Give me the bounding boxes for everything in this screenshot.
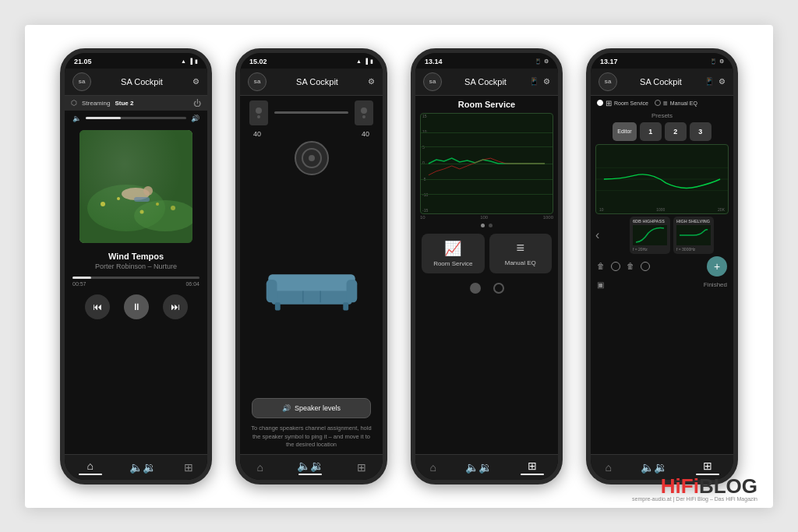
filter-circle-1[interactable] <box>611 262 620 271</box>
phone-4: 13.17 📱 ⚙ sa SA Cockpit 📱 ⚙ <box>586 48 738 484</box>
svg-rect-18 <box>346 280 357 302</box>
filter-nav-prev[interactable]: ‹ <box>595 217 627 254</box>
nav-speakers-1[interactable]: 🔈🔉 <box>129 461 156 474</box>
app-header-2: sa SA Cockpit ⚙ <box>240 69 383 96</box>
speaker-dot <box>256 107 262 114</box>
phone-icon-4[interactable]: 📱 <box>704 77 714 86</box>
presets-label: Presets <box>597 112 727 119</box>
volume-slider-left[interactable] <box>274 111 348 114</box>
vol-labels-row: 40 40 <box>240 130 383 138</box>
speaker-levels-label: Speaker levels <box>295 404 341 412</box>
slider-icon: ▣ <box>597 280 604 289</box>
manual-eq-nav-btn[interactable]: ≡ Manual EQ <box>489 234 553 273</box>
finished-row: ▣ Finished <box>591 279 733 291</box>
status-icons-1: ▲ ▐ ▮ <box>181 58 198 65</box>
home-icon-1: ⌂ <box>87 460 94 472</box>
room-service-nav-btn[interactable]: 📈 Room Service <box>422 234 485 273</box>
status-time-2: 15.02 <box>249 58 267 65</box>
eq-icon-1: ⊞ <box>184 461 193 474</box>
nav-home-4[interactable]: ⌂ <box>605 461 611 474</box>
gear-icon-header-3[interactable]: ⚙ <box>543 77 550 86</box>
power-icon[interactable]: ⏻ <box>193 99 201 107</box>
watermark: HiFiBLOG sempre-audio.at | Der HiFi Blog… <box>632 476 757 502</box>
trash-icon-2[interactable]: 🗑 <box>627 262 634 270</box>
header-icons-3: 📱 ⚙ <box>529 77 550 86</box>
app-title-3: SA Cockpit <box>464 77 507 86</box>
filter-card-2[interactable]: HIGH SHELVING f = 3000Hz <box>673 217 714 254</box>
page-dot-1 <box>481 224 485 227</box>
header-icons-4: 📱 ⚙ <box>704 77 726 86</box>
phone-icon-3[interactable]: 📱 <box>529 77 538 86</box>
filter-card-2-freq: f = 3000Hz <box>676 247 711 252</box>
sofa-svg <box>265 261 358 315</box>
editor-btn[interactable]: Editor <box>613 122 636 141</box>
filter-action-row-1: 🗑 🗑 + <box>591 254 733 279</box>
gear-icon-1[interactable]: ⚙ <box>192 77 200 86</box>
eq-icon-2: ⊞ <box>357 461 366 474</box>
gear-icon-2[interactable]: ⚙ <box>368 77 375 86</box>
sa-logo-4: sa <box>598 72 617 91</box>
filter-card-1[interactable]: 6DB HIGHPASS f = 20Hz <box>630 217 670 254</box>
volume-bar[interactable] <box>86 117 186 119</box>
filter-circle-2[interactable] <box>641 262 650 271</box>
room-service-mode-icon: ⊞ <box>606 99 612 107</box>
status-bar-3: 13.14 📱 ⚙ <box>415 53 558 69</box>
phone2-content: 40 40 <box>240 96 383 454</box>
eq-icon-3: ⊞ <box>528 460 537 472</box>
room-service-mode[interactable]: ⊞ Room Service <box>597 99 648 107</box>
add-filter-button[interactable]: + <box>707 256 727 277</box>
gear-icon-header-4[interactable]: ⚙ <box>719 77 726 86</box>
presets-row: Editor 1 2 3 <box>597 122 727 141</box>
speaker-knob[interactable] <box>295 141 329 175</box>
preset-btn-2[interactable]: 2 <box>665 122 687 141</box>
nav-home-2[interactable]: ⌂ <box>256 461 263 474</box>
wifi-icon-2: ▲ <box>356 58 362 64</box>
room-nav-grid: 📈 Room Service ≡ Manual EQ <box>415 231 558 277</box>
page-dot-2 <box>489 224 493 227</box>
nav-eq-1[interactable]: ⊞ <box>184 461 193 474</box>
vol-low-icon: 🔈 <box>72 115 81 122</box>
signal-icon-2: ▐ <box>364 58 368 64</box>
streaming-room: Stue 2 <box>115 100 133 107</box>
svg-rect-15 <box>274 303 280 311</box>
speaker-levels-button[interactable]: 🔊 Speaker levels <box>252 398 371 418</box>
next-button[interactable]: ⏭ <box>163 294 188 319</box>
play-pause-button[interactable]: ⏸ <box>124 294 149 319</box>
speakers-icon-4: 🔈🔉 <box>641 461 667 474</box>
phone-3: 13.14 📱 ⚙ sa SA Cockpit 📱 ⚙ Room Service <box>411 48 563 484</box>
app-header-4: sa SA Cockpit 📱 ⚙ <box>591 69 733 96</box>
bottom-dot-2 <box>493 283 504 294</box>
nav-speakers-3[interactable]: 🔈🔉 <box>465 461 492 474</box>
phone-4-screen: 13.17 📱 ⚙ sa SA Cockpit 📱 ⚙ <box>591 53 733 480</box>
player-controls: ⏮ ⏸ ⏭ <box>65 291 207 323</box>
status-icons-2: ▲ ▐ ▮ <box>356 58 373 65</box>
status-icons-4: 📱 ⚙ <box>710 58 724 65</box>
manual-eq-mode[interactable]: ≡ Manual EQ <box>655 99 697 107</box>
nav-eq-3[interactable]: ⊞ <box>521 460 544 475</box>
battery-icon-1: ▮ <box>195 58 198 65</box>
status-bar-4: 13.17 📱 ⚙ <box>591 53 733 69</box>
nav-eq-2[interactable]: ⊞ <box>357 461 366 474</box>
svg-rect-17 <box>266 280 277 302</box>
room-service-nav-label: Room Service <box>433 260 472 267</box>
progress-bar[interactable] <box>72 277 200 279</box>
nav-speakers-2[interactable]: 🔈🔉 <box>297 460 323 475</box>
preset-btn-1[interactable]: 1 <box>640 122 662 141</box>
header-icons-2: ⚙ <box>368 77 375 86</box>
streaming-icon: ⬡ <box>71 99 77 107</box>
device-icon-3: 📱 <box>535 58 542 65</box>
preset-btn-3[interactable]: 3 <box>690 122 711 141</box>
nav-eq-4[interactable]: ⊞ <box>696 460 719 475</box>
gear-icon-3: ⚙ <box>544 58 549 65</box>
sa-logo-1: sa <box>72 72 91 91</box>
nav-speakers-4[interactable]: 🔈🔉 <box>641 461 667 474</box>
status-time-3: 13.14 <box>425 58 443 65</box>
axis-10: 10 <box>420 215 425 220</box>
axis-1000: 1000 <box>543 215 553 220</box>
phone-1-screen: 21.05 ▲ ▐ ▮ sa SA Cockpit ⚙ ⬡ <box>65 53 207 480</box>
trash-icon-1[interactable]: 🗑 <box>597 262 605 270</box>
filter-card-1-freq: f = 20Hz <box>633 247 667 252</box>
prev-button[interactable]: ⏮ <box>85 294 110 319</box>
nav-home-3[interactable]: ⌂ <box>429 461 436 474</box>
nav-home-1[interactable]: ⌂ <box>79 460 102 475</box>
